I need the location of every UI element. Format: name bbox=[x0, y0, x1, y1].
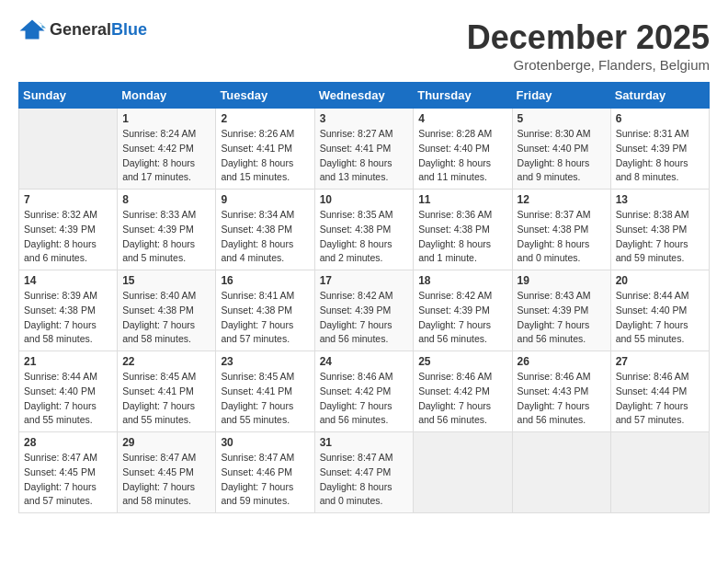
day-cell: 15Sunrise: 8:40 AMSunset: 4:38 PMDayligh… bbox=[118, 270, 216, 351]
day-info: Sunrise: 8:46 AMSunset: 4:43 PMDaylight:… bbox=[518, 370, 606, 428]
day-cell: 20Sunrise: 8:44 AMSunset: 4:40 PMDayligh… bbox=[610, 270, 709, 351]
day-number: 21 bbox=[24, 355, 112, 368]
day-cell: 28Sunrise: 8:47 AMSunset: 4:45 PMDayligh… bbox=[19, 432, 118, 513]
day-info: Sunrise: 8:37 AMSunset: 4:38 PMDaylight:… bbox=[518, 208, 606, 266]
header-row: SundayMondayTuesdayWednesdayThursdayFrid… bbox=[19, 83, 710, 109]
day-number: 11 bbox=[418, 193, 506, 206]
day-cell: 18Sunrise: 8:42 AMSunset: 4:39 PMDayligh… bbox=[414, 270, 512, 351]
location: Grotenberge, Flanders, Belgium bbox=[467, 57, 710, 73]
day-cell bbox=[19, 109, 118, 190]
day-info: Sunrise: 8:47 AMSunset: 4:46 PMDaylight:… bbox=[221, 451, 309, 509]
day-info: Sunrise: 8:44 AMSunset: 4:40 PMDaylight:… bbox=[24, 370, 112, 428]
day-cell: 23Sunrise: 8:45 AMSunset: 4:41 PMDayligh… bbox=[216, 351, 314, 432]
day-info: Sunrise: 8:36 AMSunset: 4:38 PMDaylight:… bbox=[418, 208, 506, 266]
day-info: Sunrise: 8:35 AMSunset: 4:38 PMDaylight:… bbox=[320, 208, 409, 266]
day-cell: 21Sunrise: 8:44 AMSunset: 4:40 PMDayligh… bbox=[19, 351, 118, 432]
day-info: Sunrise: 8:30 AMSunset: 4:40 PMDaylight:… bbox=[518, 127, 606, 185]
day-info: Sunrise: 8:42 AMSunset: 4:39 PMDaylight:… bbox=[320, 289, 409, 347]
title-block: December 2025 Grotenberge, Flanders, Bel… bbox=[467, 18, 710, 73]
day-info: Sunrise: 8:47 AMSunset: 4:47 PMDaylight:… bbox=[320, 451, 409, 509]
day-number: 19 bbox=[518, 274, 606, 287]
week-row-4: 21Sunrise: 8:44 AMSunset: 4:40 PMDayligh… bbox=[19, 351, 710, 432]
day-info: Sunrise: 8:42 AMSunset: 4:39 PMDaylight:… bbox=[418, 289, 506, 347]
day-number: 6 bbox=[616, 112, 704, 125]
day-info: Sunrise: 8:47 AMSunset: 4:45 PMDaylight:… bbox=[122, 451, 210, 509]
day-number: 29 bbox=[122, 436, 210, 449]
day-number: 9 bbox=[221, 193, 309, 206]
col-header-saturday: Saturday bbox=[610, 83, 709, 109]
day-cell: 16Sunrise: 8:41 AMSunset: 4:38 PMDayligh… bbox=[216, 270, 314, 351]
day-info: Sunrise: 8:34 AMSunset: 4:38 PMDaylight:… bbox=[221, 208, 309, 266]
col-header-thursday: Thursday bbox=[414, 83, 512, 109]
day-cell: 10Sunrise: 8:35 AMSunset: 4:38 PMDayligh… bbox=[314, 190, 414, 270]
week-row-2: 7Sunrise: 8:32 AMSunset: 4:39 PMDaylight… bbox=[19, 190, 710, 270]
day-number: 8 bbox=[122, 193, 210, 206]
day-number: 16 bbox=[221, 274, 309, 287]
day-number: 4 bbox=[418, 112, 506, 125]
day-info: Sunrise: 8:33 AMSunset: 4:39 PMDaylight:… bbox=[122, 208, 210, 266]
day-cell: 30Sunrise: 8:47 AMSunset: 4:46 PMDayligh… bbox=[216, 432, 314, 513]
day-cell bbox=[414, 432, 512, 513]
day-number: 13 bbox=[616, 193, 704, 206]
day-number: 18 bbox=[418, 274, 506, 287]
day-info: Sunrise: 8:28 AMSunset: 4:40 PMDaylight:… bbox=[418, 127, 506, 185]
col-header-friday: Friday bbox=[512, 83, 610, 109]
day-number: 15 bbox=[122, 274, 210, 287]
day-info: Sunrise: 8:31 AMSunset: 4:39 PMDaylight:… bbox=[616, 127, 704, 185]
day-number: 3 bbox=[320, 112, 409, 125]
day-cell: 13Sunrise: 8:38 AMSunset: 4:38 PMDayligh… bbox=[610, 190, 709, 270]
month-title: December 2025 bbox=[467, 18, 710, 57]
day-cell: 26Sunrise: 8:46 AMSunset: 4:43 PMDayligh… bbox=[512, 351, 610, 432]
day-cell: 9Sunrise: 8:34 AMSunset: 4:38 PMDaylight… bbox=[216, 190, 314, 270]
day-number: 12 bbox=[518, 193, 606, 206]
day-cell: 31Sunrise: 8:47 AMSunset: 4:47 PMDayligh… bbox=[314, 432, 414, 513]
svg-marker-0 bbox=[20, 20, 45, 40]
day-number: 10 bbox=[320, 193, 409, 206]
day-info: Sunrise: 8:38 AMSunset: 4:38 PMDaylight:… bbox=[616, 208, 704, 266]
day-cell: 17Sunrise: 8:42 AMSunset: 4:39 PMDayligh… bbox=[314, 270, 414, 351]
day-info: Sunrise: 8:47 AMSunset: 4:45 PMDaylight:… bbox=[24, 451, 112, 509]
day-info: Sunrise: 8:45 AMSunset: 4:41 PMDaylight:… bbox=[122, 370, 210, 428]
day-number: 17 bbox=[320, 274, 409, 287]
day-info: Sunrise: 8:24 AMSunset: 4:42 PMDaylight:… bbox=[122, 127, 210, 185]
day-info: Sunrise: 8:39 AMSunset: 4:38 PMDaylight:… bbox=[24, 289, 112, 347]
day-number: 26 bbox=[518, 355, 606, 368]
day-cell bbox=[512, 432, 610, 513]
day-number: 2 bbox=[221, 112, 309, 125]
day-cell: 12Sunrise: 8:37 AMSunset: 4:38 PMDayligh… bbox=[512, 190, 610, 270]
day-info: Sunrise: 8:26 AMSunset: 4:41 PMDaylight:… bbox=[221, 127, 309, 185]
day-info: Sunrise: 8:43 AMSunset: 4:39 PMDaylight:… bbox=[518, 289, 606, 347]
day-number: 1 bbox=[122, 112, 210, 125]
day-number: 31 bbox=[320, 436, 409, 449]
col-header-wednesday: Wednesday bbox=[314, 83, 414, 109]
logo: General Blue bbox=[18, 18, 147, 40]
col-header-monday: Monday bbox=[118, 83, 216, 109]
day-cell: 7Sunrise: 8:32 AMSunset: 4:39 PMDaylight… bbox=[19, 190, 118, 270]
day-info: Sunrise: 8:46 AMSunset: 4:44 PMDaylight:… bbox=[616, 370, 704, 428]
logo-general: General bbox=[50, 20, 111, 40]
day-number: 30 bbox=[221, 436, 309, 449]
day-info: Sunrise: 8:46 AMSunset: 4:42 PMDaylight:… bbox=[418, 370, 506, 428]
day-number: 25 bbox=[418, 355, 506, 368]
day-cell: 29Sunrise: 8:47 AMSunset: 4:45 PMDayligh… bbox=[118, 432, 216, 513]
day-cell: 19Sunrise: 8:43 AMSunset: 4:39 PMDayligh… bbox=[512, 270, 610, 351]
day-cell: 24Sunrise: 8:46 AMSunset: 4:42 PMDayligh… bbox=[314, 351, 414, 432]
calendar-table: SundayMondayTuesdayWednesdayThursdayFrid… bbox=[18, 82, 710, 513]
day-info: Sunrise: 8:41 AMSunset: 4:38 PMDaylight:… bbox=[221, 289, 309, 347]
day-info: Sunrise: 8:44 AMSunset: 4:40 PMDaylight:… bbox=[616, 289, 704, 347]
page-header: General Blue December 2025 Grotenberge, … bbox=[18, 18, 710, 73]
day-info: Sunrise: 8:40 AMSunset: 4:38 PMDaylight:… bbox=[122, 289, 210, 347]
day-number: 28 bbox=[24, 436, 112, 449]
col-header-tuesday: Tuesday bbox=[216, 83, 314, 109]
day-cell: 8Sunrise: 8:33 AMSunset: 4:39 PMDaylight… bbox=[118, 190, 216, 270]
day-cell: 3Sunrise: 8:27 AMSunset: 4:41 PMDaylight… bbox=[314, 109, 414, 190]
day-number: 24 bbox=[320, 355, 409, 368]
day-number: 20 bbox=[616, 274, 704, 287]
day-cell: 5Sunrise: 8:30 AMSunset: 4:40 PMDaylight… bbox=[512, 109, 610, 190]
col-header-sunday: Sunday bbox=[19, 83, 118, 109]
day-cell: 11Sunrise: 8:36 AMSunset: 4:38 PMDayligh… bbox=[414, 190, 512, 270]
day-cell: 27Sunrise: 8:46 AMSunset: 4:44 PMDayligh… bbox=[610, 351, 709, 432]
week-row-3: 14Sunrise: 8:39 AMSunset: 4:38 PMDayligh… bbox=[19, 270, 710, 351]
day-cell: 14Sunrise: 8:39 AMSunset: 4:38 PMDayligh… bbox=[19, 270, 118, 351]
logo-blue: Blue bbox=[111, 20, 147, 40]
